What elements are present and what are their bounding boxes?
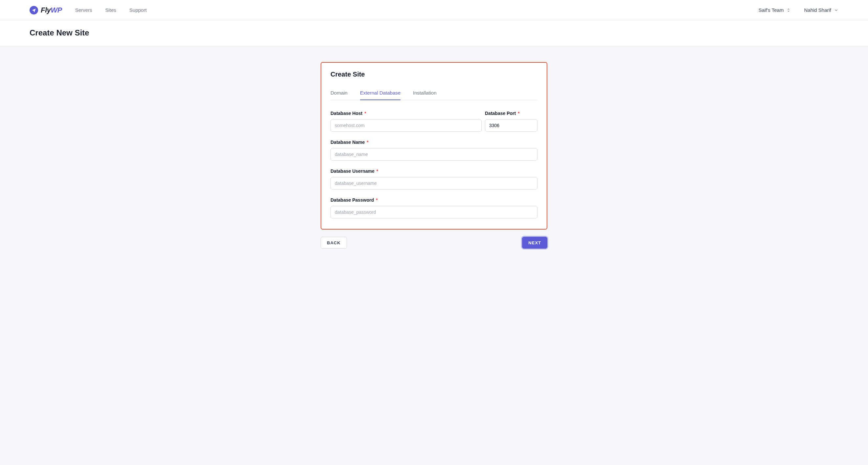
plane-icon	[30, 6, 38, 14]
tabs: Domain External Database Installation	[331, 90, 537, 100]
label-db-username: Database Username *	[331, 168, 537, 174]
field-db-password: Database Password *	[331, 197, 537, 219]
nav-sites[interactable]: Sites	[105, 7, 116, 13]
create-site-card: Create Site Domain External Database Ins…	[321, 62, 547, 230]
input-db-name[interactable]	[331, 148, 537, 161]
field-db-username: Database Username *	[331, 168, 537, 190]
content-area: Create Site Domain External Database Ins…	[0, 46, 868, 268]
tab-external-database[interactable]: External Database	[360, 90, 401, 100]
team-switcher[interactable]: Saif's Team	[758, 7, 791, 13]
user-name: Nahid Sharif	[804, 7, 831, 13]
label-db-port: Database Port *	[485, 111, 537, 116]
label-db-password: Database Password *	[331, 197, 537, 203]
button-row: BACK NEXT	[321, 230, 547, 248]
logo-text: FlyWP	[41, 6, 62, 14]
input-db-port[interactable]	[485, 119, 537, 132]
next-button[interactable]: NEXT	[522, 237, 547, 248]
field-db-port: Database Port *	[485, 111, 537, 132]
nav-servers[interactable]: Servers	[75, 7, 92, 13]
back-button[interactable]: BACK	[321, 237, 347, 248]
field-db-host: Database Host *	[331, 111, 482, 132]
field-db-name: Database Name *	[331, 139, 537, 161]
input-db-host[interactable]	[331, 119, 482, 132]
input-db-username[interactable]	[331, 177, 537, 190]
card-title: Create Site	[331, 71, 537, 78]
logo[interactable]: FlyWP	[30, 6, 62, 14]
subheader: Create New Site	[0, 20, 868, 46]
team-name: Saif's Team	[758, 7, 784, 13]
user-menu[interactable]: Nahid Sharif	[804, 7, 838, 13]
label-db-name: Database Name *	[331, 139, 537, 145]
tab-installation[interactable]: Installation	[413, 90, 437, 100]
main-nav: Servers Sites Support	[75, 7, 147, 13]
label-db-host: Database Host *	[331, 111, 482, 116]
input-db-password[interactable]	[331, 206, 537, 219]
page-title: Create New Site	[30, 28, 838, 37]
chevron-updown-icon	[786, 8, 791, 12]
topbar: FlyWP Servers Sites Support Saif's Team …	[0, 0, 868, 20]
tab-domain[interactable]: Domain	[331, 90, 348, 100]
nav-support[interactable]: Support	[129, 7, 147, 13]
chevron-down-icon	[834, 8, 838, 12]
